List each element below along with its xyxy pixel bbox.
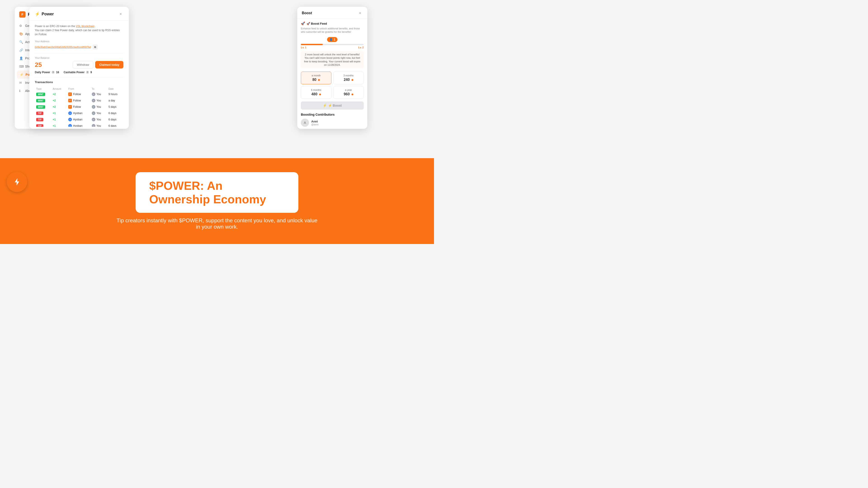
gear-icon: ⚙ xyxy=(19,24,23,28)
tx-to: UYou xyxy=(90,110,107,116)
tx-type: TIP xyxy=(35,110,51,116)
address-row: 0x0e36afc0aec6e948a52d928385cba4bce9f697… xyxy=(35,44,123,50)
lightning-icon xyxy=(12,177,22,187)
power-nav-icon: ⚡ xyxy=(20,73,23,76)
table-row: TIP +1 HHyoban UYou 6 days xyxy=(35,110,123,116)
from-cell: HHyoban xyxy=(68,111,89,115)
type-badge: TIP xyxy=(36,111,43,115)
boost-header: Boost × xyxy=(297,7,367,19)
tx-amount: +2 xyxy=(51,104,67,110)
boost-body: 🚀 🚀 Boost Feed Enhance feed to unlock ad… xyxy=(297,19,367,128)
tx-to: UYou xyxy=(90,123,107,127)
to-avatar: U xyxy=(92,111,95,115)
daily-power-info-icon[interactable]: ? xyxy=(52,71,55,74)
boost-dialog-title: Boost xyxy=(302,11,312,15)
table-row: TIP +1 HHyoban UYou 6 days xyxy=(35,123,123,127)
transactions-section: Transactions Type Amount From To Date MI… xyxy=(35,77,123,127)
to-avatar: U xyxy=(92,118,95,121)
plan-dot xyxy=(318,79,320,81)
power-close-button[interactable]: × xyxy=(118,11,123,17)
boost-dialog: Boost × 🚀 🚀 Boost Feed Enhance feed to u… xyxy=(297,7,367,129)
from-cell: FFollow xyxy=(68,92,89,96)
from-name: Follow xyxy=(73,99,81,102)
tx-amount: +1 xyxy=(51,110,67,116)
follow-icon: F xyxy=(68,105,72,109)
tx-date: 6 days xyxy=(107,116,123,123)
balance-label: Your Balance xyxy=(35,57,123,59)
tx-date: 6 days xyxy=(107,123,123,127)
palette-icon: 🎨 xyxy=(19,32,23,36)
cashable-power-info-icon[interactable]: ? xyxy=(86,71,89,74)
app-logo: F xyxy=(19,11,26,18)
current-level: Lv. 1 xyxy=(301,46,306,49)
plan-6months-label: 6 months xyxy=(303,89,329,91)
balance-actions: Withdraw Claimed today xyxy=(72,61,123,68)
to-name: You xyxy=(96,99,101,102)
tx-from: FFollow xyxy=(67,104,90,110)
contributors-title: Boosting Contributors xyxy=(301,113,364,116)
copy-address-button[interactable]: ⧉ xyxy=(93,44,98,50)
table-row: MINT +2 FFollow UYou 5 days xyxy=(35,104,123,110)
tx-to: UYou xyxy=(90,116,107,123)
boost-button[interactable]: ⚡ ⚡ Boost xyxy=(301,101,364,109)
amount-value: +2 xyxy=(53,105,56,108)
bottom-section: $POWER: An Ownership Economy Tip creator… xyxy=(0,158,434,244)
boost-progress: 👤 1 Lv. 1 Lv. 2 xyxy=(301,37,364,49)
next-level: Lv. 2 xyxy=(358,46,364,49)
power-bolt-icon: ⚡ xyxy=(35,11,40,17)
plan-dot-2 xyxy=(351,79,353,81)
link-icon: 🔗 xyxy=(19,48,23,52)
tx-type: MINT xyxy=(35,97,51,104)
envelope-icon: ✉ xyxy=(19,81,23,85)
type-badge: TIP xyxy=(36,124,43,127)
contributor-anni: A Anni @anni xyxy=(301,119,364,127)
plan-year[interactable]: a year 960 xyxy=(333,86,364,99)
amount-value: +2 xyxy=(53,99,56,102)
plan-6months[interactable]: 6 months 480 xyxy=(301,86,331,99)
col-from: From xyxy=(67,87,90,91)
profile-icon: 👤 xyxy=(19,57,23,60)
power-description: Power is an ERC-20 token on the VSL bloc… xyxy=(35,24,123,36)
from-cell: HHyoban xyxy=(68,118,89,121)
table-row: MINT +2 FFollow UYou 9 hours xyxy=(35,91,123,97)
power-dialog-header: ⚡ Power × xyxy=(29,7,129,21)
anni-name: Anni xyxy=(311,120,318,123)
tx-from: FFollow xyxy=(67,91,90,97)
type-badge: MINT xyxy=(36,93,45,96)
cashable-power-label: Cashable Power xyxy=(64,71,85,74)
tx-date: 6 days xyxy=(107,110,123,116)
type-badge: MINT xyxy=(36,105,45,109)
to-name: You xyxy=(96,93,101,96)
from-cell: FFollow xyxy=(68,105,89,109)
tx-date: 5 days xyxy=(107,104,123,110)
from-name: Hyoban xyxy=(73,118,82,121)
tx-amount: +2 xyxy=(51,91,67,97)
to-cell: UYou xyxy=(92,111,106,115)
plan-year-amount: 960 xyxy=(336,92,361,96)
withdraw-button[interactable]: Withdraw xyxy=(72,61,93,68)
to-cell: UYou xyxy=(92,105,106,109)
user-avatar: H xyxy=(68,118,72,121)
col-amount: Amount xyxy=(51,87,67,91)
wallet-address[interactable]: 0x0e36afc0aec6e948a52d928385cba4bce9f697… xyxy=(35,46,91,48)
plan-3months[interactable]: 3 months 240 xyxy=(333,72,364,84)
boost-lightning-icon: ⚡ xyxy=(323,104,327,107)
rocket-icon: 🚀 xyxy=(301,22,305,26)
tx-type: MINT xyxy=(35,91,51,97)
headline-card: $POWER: An Ownership Economy xyxy=(135,172,298,213)
tx-from: HHyoban xyxy=(67,116,90,123)
to-name: You xyxy=(96,111,101,115)
tx-from: HHyoban xyxy=(67,123,90,127)
power-dialog-title: Power xyxy=(41,12,54,17)
tx-date: 9 hours xyxy=(107,91,123,97)
boost-badge: 👤 1 xyxy=(327,37,338,42)
to-name: You xyxy=(96,124,101,127)
plan-3months-label: 3 months xyxy=(336,74,361,77)
plan-dot-4 xyxy=(351,94,353,95)
boost-close-button[interactable]: × xyxy=(358,10,363,16)
cashable-power-stat: Cashable Power ? 9 xyxy=(64,71,92,74)
blockchain-link[interactable]: VSL blockchain xyxy=(76,25,94,28)
tx-to: UYou xyxy=(90,91,107,97)
daily-power-value: 16 xyxy=(56,71,59,74)
plan-month[interactable]: a month 80 xyxy=(301,72,331,84)
